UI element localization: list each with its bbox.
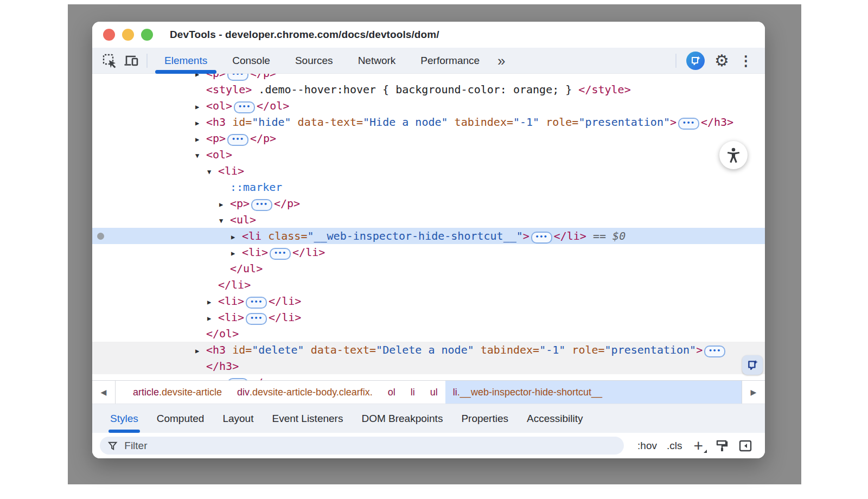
tab-styles[interactable]: Styles — [101, 404, 148, 433]
dom-tree-row[interactable]: ▶<p>•••</p> — [92, 374, 765, 380]
dom-tree-row[interactable]: ▶<p>•••</p> — [92, 130, 765, 146]
breadcrumb: article.devsite-articlediv.devsite-artic… — [116, 381, 742, 404]
expand-arrow-icon[interactable]: ▶ — [231, 229, 242, 245]
filter-input[interactable] — [123, 439, 616, 452]
code-eq: == — [586, 229, 612, 242]
more-options-kebab-icon[interactable]: ⋮ — [739, 52, 753, 70]
dom-tree-row[interactable]: </h3> — [92, 358, 765, 374]
collapse-arrow-icon[interactable]: ▼ — [207, 164, 218, 180]
code-attr: class= — [268, 229, 307, 242]
dom-tree-row[interactable]: ▶<p>•••</p> — [92, 195, 765, 212]
code-val: "-1" — [539, 343, 565, 356]
dom-tree-row[interactable]: <style> .demo--hover:hover { background-… — [92, 81, 765, 98]
crumb-tag: ol — [388, 387, 395, 398]
style-filter-field[interactable] — [100, 437, 624, 455]
dom-tree-row[interactable]: ▶<li>•••</li> — [92, 309, 765, 325]
breadcrumb-bar: ◀ article.devsite-articlediv.devsite-art… — [92, 380, 765, 404]
breadcrumb-item-ol[interactable]: ol — [380, 381, 403, 404]
tab-sources[interactable]: Sources — [283, 48, 346, 73]
dom-tree-row[interactable]: ▶<p>•••</p> — [92, 74, 765, 81]
dom-tree-row[interactable]: </ol> — [92, 325, 765, 342]
dom-tree-row[interactable]: </li> — [92, 277, 765, 293]
dom-tree-row[interactable]: ▶<ol>•••</ol> — [92, 98, 765, 114]
dom-tree-row[interactable]: ▶<li class="__web-inspector-hide-shortcu… — [92, 228, 765, 244]
dom-tree-panel: ▶<p>•••</p><style> .demo--hover:hover { … — [92, 74, 765, 380]
code-tag: </h3> — [206, 360, 239, 373]
tab-elements[interactable]: Elements — [152, 48, 220, 73]
ellipsis-expand-button[interactable]: ••• — [678, 118, 699, 130]
tab-console[interactable]: Console — [220, 48, 283, 73]
toggle-element-state-button[interactable]: :hov — [637, 440, 657, 452]
code-attr: data-text= — [311, 343, 376, 356]
inspect-element-icon[interactable] — [99, 51, 120, 71]
dom-tree-row[interactable]: ▶<li>•••</li> — [92, 293, 765, 309]
dom-tree-row[interactable]: ▶<h3 id="delete" data-text="Delete a nod… — [92, 342, 765, 358]
code-tag: </p> — [250, 74, 276, 80]
toggle-device-toolbar-icon[interactable] — [120, 51, 142, 71]
ellipsis-expand-button[interactable]: ••• — [246, 297, 267, 309]
minimize-window-button[interactable] — [122, 29, 134, 41]
close-window-button[interactable] — [103, 29, 115, 41]
collapse-arrow-icon[interactable]: ▼ — [195, 148, 206, 164]
expand-arrow-icon[interactable]: ▶ — [207, 310, 218, 327]
ellipsis-expand-button[interactable]: ••• — [246, 313, 267, 325]
breadcrumb-scroll-right-icon[interactable]: ▶ — [742, 381, 765, 404]
ellipsis-expand-button[interactable]: ••• — [704, 346, 725, 357]
ellipsis-expand-button[interactable]: ••• — [227, 134, 248, 146]
expand-arrow-icon[interactable]: ▶ — [219, 196, 230, 213]
breadcrumb-item-div[interactable]: div.devsite-article-body.clearfix. — [229, 381, 380, 404]
ellipsis-expand-button[interactable]: ••• — [227, 378, 248, 380]
zoom-window-button[interactable] — [141, 29, 153, 41]
dom-tree-row[interactable]: ▼<ol> — [92, 146, 765, 163]
expand-arrow-icon[interactable]: ▶ — [195, 343, 206, 359]
tab-dom-breakpoints[interactable]: DOM Breakpoints — [352, 404, 452, 433]
ai-assistant-button[interactable] — [686, 52, 705, 70]
toggle-sidebar-icon[interactable] — [738, 439, 752, 453]
code-mark: ::marker — [230, 181, 282, 194]
code-tag: <ol> — [206, 99, 232, 112]
dom-tree-row[interactable]: ▶<li>•••</li> — [92, 244, 765, 260]
expand-arrow-icon[interactable]: ▶ — [195, 375, 206, 380]
ellipsis-expand-button[interactable]: ••• — [531, 232, 552, 244]
accessibility-person-icon[interactable] — [719, 141, 748, 169]
tab-computed[interactable]: Computed — [148, 404, 214, 433]
new-style-rule-button[interactable]: + — [693, 438, 703, 454]
tab-network[interactable]: Network — [346, 48, 409, 73]
expand-arrow-icon[interactable]: ▶ — [195, 115, 206, 131]
tab-layout[interactable]: Layout — [213, 404, 263, 433]
dom-tree-row[interactable]: </ul> — [92, 260, 765, 277]
brush-icon[interactable] — [714, 439, 729, 453]
ellipsis-expand-button[interactable]: ••• — [227, 74, 248, 81]
tab-event-listeners[interactable]: Event Listeners — [263, 404, 352, 433]
dom-tree-row[interactable]: ▼<li> — [92, 163, 765, 179]
ai-assistant-floating-button[interactable] — [742, 355, 763, 375]
tab-accessibility[interactable]: Accessibility — [518, 404, 592, 433]
expand-arrow-icon[interactable]: ▶ — [231, 245, 242, 261]
dom-tree-row[interactable]: ::marker — [92, 179, 765, 195]
code-val: "delete" — [252, 343, 304, 356]
breadcrumb-scroll-left-icon[interactable]: ◀ — [92, 381, 116, 404]
more-tabs-icon[interactable]: » — [492, 51, 510, 71]
code-tag: <p> — [206, 74, 226, 80]
breadcrumb-item-article[interactable]: article.devsite-article — [125, 381, 229, 404]
breadcrumb-item-li[interactable]: li.__web-inspector-hide-shortcut__ — [445, 381, 742, 404]
expand-arrow-icon[interactable]: ▶ — [195, 99, 206, 115]
collapse-arrow-icon[interactable]: ▼ — [219, 213, 230, 229]
settings-gear-icon[interactable]: ⚙ — [714, 52, 729, 70]
element-classes-button[interactable]: .cls — [667, 440, 682, 452]
dom-tree-row[interactable]: ▼<ul> — [92, 212, 765, 228]
expand-arrow-icon[interactable]: ▶ — [207, 294, 218, 310]
breadcrumb-item-ul[interactable]: ul — [423, 381, 445, 404]
ellipsis-expand-button[interactable]: ••• — [251, 199, 272, 211]
code-val: "presentation" — [578, 116, 670, 129]
dom-tree-row[interactable]: ▶<h3 id="hide" data-text="Hide a node" t… — [92, 114, 765, 130]
ellipsis-expand-button[interactable]: ••• — [270, 248, 291, 260]
code-tag: <li> — [218, 164, 244, 177]
expand-arrow-icon[interactable]: ▶ — [195, 131, 206, 148]
code-tag: <h3 — [206, 116, 226, 129]
breadcrumb-item-li[interactable]: li — [403, 381, 423, 404]
tab-performance[interactable]: Performance — [408, 48, 492, 73]
ellipsis-expand-button[interactable]: ••• — [234, 101, 255, 113]
code-tag: <li — [242, 229, 261, 242]
tab-properties[interactable]: Properties — [452, 404, 518, 433]
